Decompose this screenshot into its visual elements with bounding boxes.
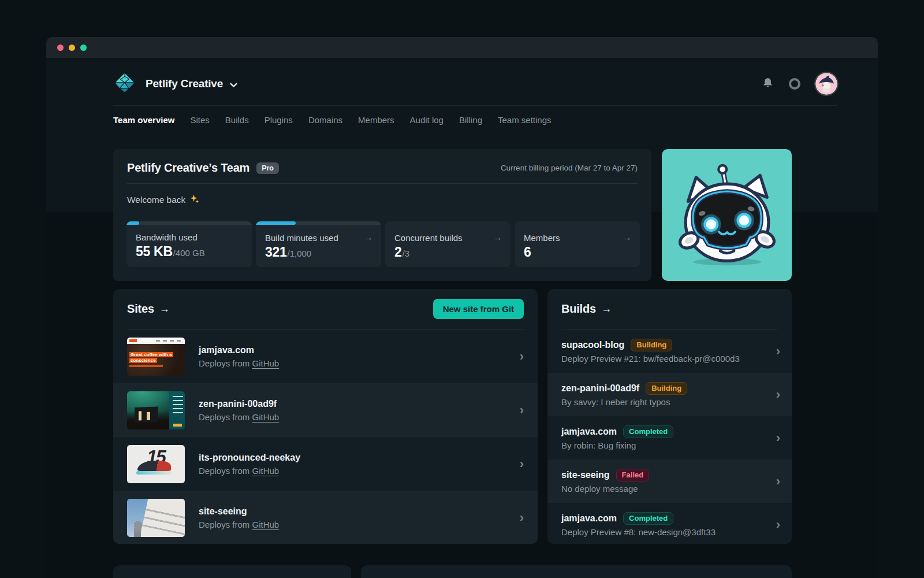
team-overview-card: Petlify Creative’s Team Pro Current bill… [113, 149, 651, 281]
nav-item-label: Billing [459, 115, 482, 125]
builds-heading-text: Builds [561, 302, 596, 316]
github-link[interactable]: GitHub [252, 412, 280, 422]
chevron-right-icon: › [776, 518, 780, 531]
team-mascot-card [662, 149, 792, 281]
build-info: jamjava.com Completed Deploy Preview #8:… [561, 512, 716, 537]
chevron-right-icon: › [520, 458, 524, 470]
build-info: supacool-blog Building Deploy Preview #2… [561, 339, 740, 364]
build-row[interactable]: zen-panini-00ad9f Building By savvy: I n… [547, 373, 792, 416]
site-row[interactable]: Great coffee with a conscience jamjava.c… [113, 329, 538, 383]
site-row[interactable]: site-seeing Deploys from GitHub › [113, 491, 538, 544]
build-message: By savvy: I neber right typos [561, 397, 687, 407]
build-title-row: zen-panini-00ad9f Building [561, 382, 687, 395]
nav-item[interactable]: Audit log [410, 113, 444, 127]
site-thumbnail [127, 391, 185, 429]
build-title-row: site-seeing Failed [561, 469, 649, 481]
sites-panel-header: Sites → New site from Git [113, 289, 538, 329]
deploy-prefix: Deploys from [199, 358, 252, 368]
chevron-down-icon [230, 80, 237, 90]
github-link[interactable]: GitHub [252, 466, 280, 476]
nav-item[interactable]: Plugins [264, 113, 293, 127]
nav-item[interactable]: Team overview [113, 113, 174, 127]
deploy-prefix: Deploys from [199, 520, 252, 529]
github-link[interactable]: GitHub [252, 520, 280, 529]
site-info: zen-panini-00ad9f Deploys from GitHub [199, 399, 279, 422]
user-avatar[interactable] [815, 73, 837, 95]
arrow-right-icon: → [493, 232, 502, 243]
deploy-prefix: Deploys from [199, 466, 252, 476]
window-titlebar [46, 37, 878, 58]
site-thumbnail-text: 15 [147, 446, 165, 468]
notifications-bell-icon[interactable] [762, 76, 774, 92]
builds-panel-header: Builds → [547, 289, 792, 329]
stat-label: Concurrent builds [394, 233, 463, 243]
header-divider [113, 105, 837, 106]
build-status-badge: Building [631, 339, 672, 351]
team-card-title: Petlify Creative’s Team [127, 161, 249, 175]
team-switcher[interactable]: Petlify Creative [113, 71, 237, 97]
nav-item[interactable]: Billing [459, 113, 482, 127]
usage-stat-card[interactable]: Bandwidth used 55 KB /400 GB [126, 221, 252, 267]
chevron-right-icon: › [776, 388, 780, 401]
nav-item-label: Domains [308, 115, 342, 125]
site-deploy-source: Deploys from GitHub [199, 412, 279, 422]
stat-value-row: 321 /1,000 [265, 244, 373, 260]
build-site-name: jamjava.com [561, 513, 617, 524]
sites-heading-text: Sites [127, 302, 154, 316]
builds-heading-link[interactable]: Builds → [561, 302, 612, 316]
build-message: No deploy message [561, 484, 649, 494]
new-site-from-git-button[interactable]: New site from Git [433, 299, 524, 319]
site-info: its-pronounced-neekay Deploys from GitHu… [199, 453, 300, 476]
arrow-right-icon: → [159, 303, 170, 315]
stat-label: Members [524, 233, 560, 243]
app-header: Petlify Creative [113, 70, 837, 98]
build-row[interactable]: jamjava.com Completed By robin: Bug fixi… [547, 416, 792, 460]
sites-heading-link[interactable]: Sites → [127, 302, 170, 316]
github-link[interactable]: GitHub [252, 358, 280, 368]
build-title-row: supacool-blog Building [561, 339, 740, 351]
usage-stat-card[interactable]: Members → 6 [515, 221, 640, 267]
builds-panel: Builds → supacool-blog Building Deploy P… [547, 289, 792, 544]
build-title-row: jamjava.com Completed [561, 425, 673, 438]
builds-list: supacool-blog Building Deploy Preview #2… [547, 329, 792, 544]
minimize-window-button[interactable] [69, 45, 75, 51]
nav-item[interactable]: Members [358, 113, 394, 127]
site-row[interactable]: zen-panini-00ad9f Deploys from GitHub › [113, 383, 538, 437]
nav-item[interactable]: Domains [308, 113, 342, 127]
usage-stat-card[interactable]: Build minutes used → 321 /1,000 [256, 221, 381, 267]
build-row[interactable]: site-seeing Failed No deploy message › [547, 460, 792, 503]
nav-item-label: Audit log [410, 115, 444, 125]
build-message: By robin: Bug fixing [561, 440, 673, 450]
maximize-window-button[interactable] [80, 45, 87, 51]
stat-label-row: Concurrent builds → [394, 232, 502, 243]
nav-item[interactable]: Team settings [498, 113, 552, 127]
robot-cat-mascot-image [671, 157, 783, 273]
site-row[interactable]: 15 its-pronounced-neekay Deploys from Gi… [113, 437, 538, 491]
build-site-name: zen-panini-00ad9f [561, 383, 639, 394]
team-card-header: Petlify Creative’s Team Pro Current bill… [113, 149, 651, 175]
stat-limit: /1,000 [287, 249, 311, 258]
nav-item[interactable]: Sites [190, 113, 209, 127]
site-thumbnail-text: Great coffee with a conscience [129, 352, 174, 364]
stat-progress-fill [126, 221, 139, 225]
build-site-name: site-seeing [561, 470, 610, 480]
nav-item-label: Sites [190, 115, 209, 125]
build-info: site-seeing Failed No deploy message [561, 469, 649, 494]
build-info: zen-panini-00ad9f Building By savvy: I n… [561, 382, 687, 407]
sparkles-icon [189, 194, 199, 206]
build-row[interactable]: supacool-blog Building Deploy Preview #2… [547, 329, 792, 373]
site-name: jamjava.com [199, 345, 279, 355]
nav-item[interactable]: Builds [225, 113, 249, 127]
build-status-badge: Building [646, 382, 687, 395]
site-thumbnail: 15 [127, 445, 185, 483]
browser-window: Petlify Creative Team overvi [46, 37, 878, 578]
site-name: its-pronounced-neekay [199, 453, 300, 463]
status-ring-icon[interactable] [789, 78, 800, 90]
close-window-button[interactable] [57, 45, 64, 51]
stat-progress-track [126, 221, 252, 225]
build-row[interactable]: jamjava.com Completed Deploy Preview #8:… [547, 503, 792, 544]
stat-label: Build minutes used [265, 233, 338, 243]
site-deploy-source: Deploys from GitHub [199, 466, 300, 476]
stat-label-row: Members → [524, 232, 632, 243]
usage-stat-card[interactable]: Concurrent builds → 2 /3 [385, 221, 511, 267]
